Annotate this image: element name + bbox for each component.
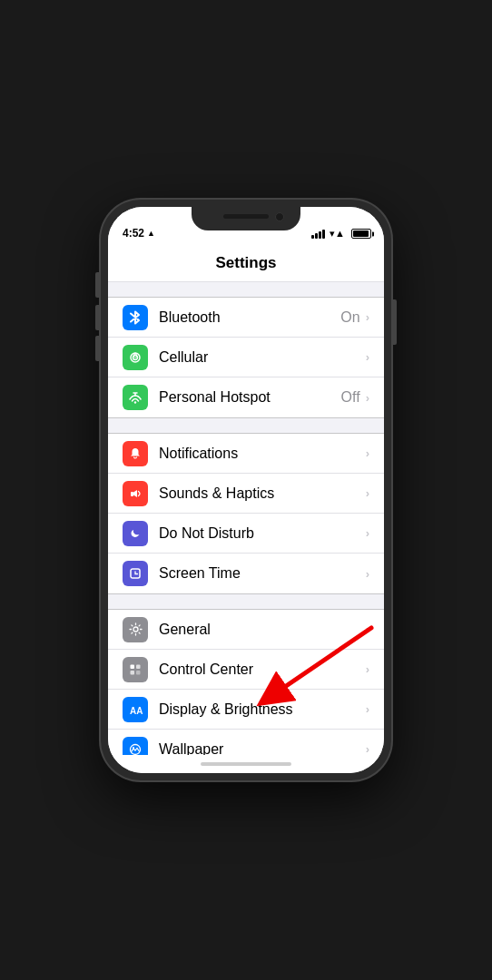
svg-rect-4 <box>131 492 133 496</box>
phone-frame: 4:52 ▲ ▾▲ Settings <box>101 200 391 780</box>
notifications-label: Notifications <box>159 446 366 462</box>
sounds-label: Sounds & Haptics <box>159 485 366 502</box>
bluetooth-row[interactable]: Bluetooth On › <box>108 298 384 338</box>
notifications-icon <box>129 447 142 460</box>
status-bar: 4:52 ▲ ▾▲ <box>108 207 384 247</box>
cellular-icon-wrap <box>123 345 148 370</box>
wallpaper-chevron: › <box>366 742 369 755</box>
sounds-haptics-row[interactable]: Sounds & Haptics › <box>108 474 384 514</box>
wallpaper-row[interactable]: Wallpaper › <box>108 730 384 755</box>
nav-header: Settings <box>108 247 384 282</box>
svg-rect-9 <box>136 664 141 669</box>
control-center-row[interactable]: Control Center › <box>108 650 384 690</box>
hotspot-chevron: › <box>366 391 369 405</box>
display-label: Display & Brightness <box>159 701 366 718</box>
display-icon: AA <box>128 704 143 715</box>
signal-icon <box>311 230 325 239</box>
status-time: 4:52 ▲ <box>123 227 155 240</box>
svg-point-3 <box>134 401 136 403</box>
control-center-icon <box>129 663 142 676</box>
bluetooth-value: On <box>340 309 359 326</box>
hotspot-icon-wrap <box>123 385 148 410</box>
general-chevron: › <box>366 622 369 636</box>
display-icon-wrap: AA <box>123 697 148 722</box>
display-chevron: › <box>366 702 369 716</box>
do-not-disturb-row[interactable]: Do Not Disturb › <box>108 514 384 554</box>
screen-time-icon <box>129 567 142 580</box>
connectivity-section: Bluetooth On › Cellular <box>108 297 384 418</box>
svg-point-2 <box>134 357 136 358</box>
personal-hotspot-row[interactable]: Personal Hotspot Off › <box>108 377 384 417</box>
svg-point-14 <box>133 747 134 749</box>
cellular-chevron: › <box>366 350 369 364</box>
hotspot-label: Personal Hotspot <box>159 389 341 406</box>
settings-scroll[interactable]: Bluetooth On › Cellular <box>108 282 384 755</box>
home-bar <box>201 762 291 766</box>
location-icon: ▲ <box>147 229 155 238</box>
camera <box>275 212 284 221</box>
sounds-chevron: › <box>366 486 369 500</box>
wallpaper-label: Wallpaper <box>159 741 366 756</box>
wallpaper-icon <box>129 743 142 756</box>
gear-icon <box>129 622 143 636</box>
svg-point-13 <box>131 744 141 754</box>
bluetooth-icon <box>129 309 142 326</box>
hotspot-value: Off <box>341 389 360 406</box>
sounds-icon <box>129 487 142 500</box>
wallpaper-icon-wrap <box>123 737 148 756</box>
bluetooth-label: Bluetooth <box>159 309 340 326</box>
svg-point-7 <box>133 627 138 632</box>
status-indicators: ▾▲ <box>311 228 371 240</box>
dnd-icon-wrap <box>123 521 148 546</box>
svg-rect-10 <box>131 671 135 675</box>
svg-rect-11 <box>136 671 141 675</box>
phone-screen: 4:52 ▲ ▾▲ Settings <box>108 207 384 773</box>
general-label: General <box>159 622 366 638</box>
screen-time-icon-wrap <box>123 561 148 586</box>
screen-time-row[interactable]: Screen Time › <box>108 554 384 593</box>
screen-time-label: Screen Time <box>159 565 366 582</box>
cellular-label: Cellular <box>159 349 366 366</box>
control-center-chevron: › <box>366 662 369 676</box>
speaker <box>223 214 269 219</box>
screen-time-chevron: › <box>366 567 369 581</box>
control-center-label: Control Center <box>159 662 366 678</box>
sounds-icon-wrap <box>123 481 148 506</box>
alerts-section: Notifications › Sounds & Haptics › <box>108 433 384 594</box>
control-center-icon-wrap <box>123 657 148 682</box>
notifications-chevron: › <box>366 446 369 460</box>
wifi-icon: ▾▲ <box>330 228 345 240</box>
battery-status-icon <box>351 229 371 239</box>
dnd-chevron: › <box>366 526 369 540</box>
general-icon-wrap <box>123 617 148 642</box>
notifications-icon-wrap <box>123 441 148 466</box>
cellular-row[interactable]: Cellular › <box>108 338 384 377</box>
cellular-icon <box>129 351 142 364</box>
system-section: General › Control Center › <box>108 609 384 755</box>
moon-icon <box>130 527 142 539</box>
home-indicator <box>108 755 384 773</box>
time-display: 4:52 <box>123 227 144 240</box>
notifications-row[interactable]: Notifications › <box>108 434 384 474</box>
bluetooth-icon-wrap <box>123 305 148 330</box>
page-title: Settings <box>123 254 369 272</box>
display-brightness-row[interactable]: AA Display & Brightness › <box>108 690 384 730</box>
svg-text:AA: AA <box>130 706 143 715</box>
general-row[interactable]: General › <box>108 610 384 650</box>
hotspot-icon <box>128 391 143 404</box>
bluetooth-chevron: › <box>366 310 369 324</box>
notch <box>192 207 300 230</box>
svg-rect-8 <box>131 664 135 669</box>
dnd-label: Do Not Disturb <box>159 525 366 542</box>
